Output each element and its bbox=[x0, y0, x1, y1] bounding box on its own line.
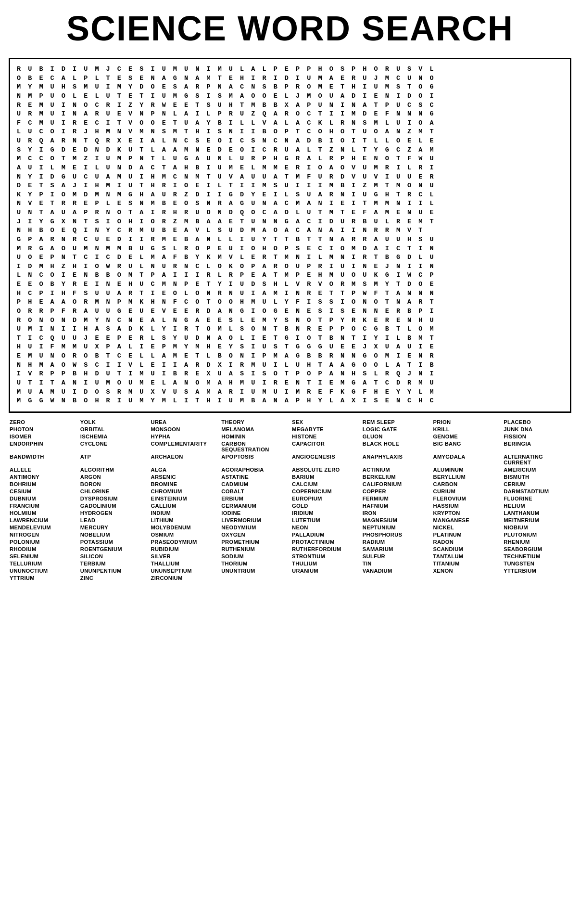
word-item: HASSIUM bbox=[432, 502, 501, 509]
word-item: ZIRCONIUM bbox=[150, 575, 219, 581]
word-item: GLUON bbox=[362, 433, 430, 440]
word-item: CHROMIUM bbox=[150, 488, 219, 495]
word-item: ALGA bbox=[150, 466, 219, 473]
word-item: RHENIUM bbox=[503, 539, 571, 545]
word-item: PRION bbox=[432, 419, 501, 425]
word-item: ANGIOGENESIS bbox=[291, 453, 360, 466]
word-item: HELIUM bbox=[503, 502, 571, 509]
word-item: COMPLEMENTARITY bbox=[150, 440, 219, 453]
word-item: ALLELE bbox=[9, 466, 77, 473]
word-item: YTTRIUM bbox=[9, 575, 77, 581]
word-item: RADON bbox=[432, 539, 501, 545]
word-item: CADMIUM bbox=[220, 481, 289, 488]
word-item: HOLMIUM bbox=[9, 510, 77, 516]
word-item: ANTIMONY bbox=[9, 474, 77, 480]
word-item: MEITNERIUM bbox=[503, 517, 571, 524]
word-item: BANDWIDTH bbox=[9, 453, 77, 466]
word-item: ARCHAEON bbox=[150, 453, 219, 466]
word-item: COPPER bbox=[362, 488, 430, 495]
word-item: APOPTOSIS bbox=[220, 453, 289, 466]
word-item: FISSION bbox=[503, 433, 571, 440]
word-item: LITHIUM bbox=[150, 517, 219, 524]
word-item: ISOMER bbox=[9, 433, 77, 440]
word-item: UNUNPENTIUM bbox=[79, 567, 148, 574]
word-item: ORBITAL bbox=[79, 426, 148, 433]
word-item: BERKELIUM bbox=[362, 474, 430, 480]
word-item: AMYGDALA bbox=[432, 453, 501, 466]
word-item: MERCURY bbox=[79, 524, 148, 531]
word-item: MEGABYTE bbox=[291, 426, 360, 433]
word-item: THEORY bbox=[220, 419, 289, 425]
word-item: PHOSPHORUS bbox=[362, 531, 430, 538]
word-item: NIOBIUM bbox=[503, 524, 571, 531]
word-item: REM SLEEP bbox=[362, 419, 430, 425]
word-item: NITROGEN bbox=[9, 531, 77, 538]
word-item: TIN bbox=[362, 560, 430, 567]
word-item: BLACK HOLE bbox=[362, 440, 430, 453]
page-title: SCIENCE WORD SEARCH bbox=[0, 0, 580, 53]
word-item: BERYLLIUM bbox=[432, 474, 501, 480]
word-item: NEON bbox=[291, 524, 360, 531]
word-item: BIG BANG bbox=[432, 440, 501, 453]
word-item: JUNK DNA bbox=[503, 426, 571, 433]
word-item: LUTETIUM bbox=[291, 517, 360, 524]
word-item: GENOME bbox=[432, 433, 501, 440]
word-item: ACTINIUM bbox=[362, 466, 430, 473]
word-item: ABSOLUTE ZERO bbox=[291, 466, 360, 473]
word-item: MONSOON bbox=[150, 426, 219, 433]
word-item: ZINC bbox=[79, 575, 148, 581]
word-item: FRANCIUM bbox=[9, 502, 77, 509]
word-item: FLUORINE bbox=[503, 495, 571, 502]
word-item: GALLIUM bbox=[150, 502, 219, 509]
word-item: HOMININ bbox=[220, 433, 289, 440]
word-item: BOHRIUM bbox=[9, 481, 77, 488]
word-item: STRONTIUM bbox=[291, 553, 360, 560]
word-item: DYSPROSIUM bbox=[79, 495, 148, 502]
word-item: HAFNIUM bbox=[362, 502, 430, 509]
word-item: UNUNTRIUM bbox=[220, 567, 289, 574]
word-item: SILICON bbox=[79, 553, 148, 560]
word-item: UNUNOCTIUM bbox=[9, 567, 77, 574]
word-item: NEPTUNIUM bbox=[362, 524, 430, 531]
word-item: RHODIUM bbox=[9, 546, 77, 552]
word-item: POTASSIUM bbox=[79, 539, 148, 545]
word-item: TECHNETIUM bbox=[503, 553, 571, 560]
word-item: OXYGEN bbox=[220, 531, 289, 538]
word-item: XENON bbox=[432, 567, 501, 574]
word-item: URANIUM bbox=[291, 567, 360, 574]
word-item: COBALT bbox=[220, 488, 289, 495]
word-item: IRIDIUM bbox=[291, 510, 360, 516]
word-item: ARSENIC bbox=[150, 474, 219, 480]
word-item: MOLYBDENUM bbox=[150, 524, 219, 531]
word-item: OSMIUM bbox=[150, 531, 219, 538]
word-item: ERBIUM bbox=[220, 495, 289, 502]
word-item: BROMINE bbox=[150, 481, 219, 488]
word-item: ANAPHYLAXIS bbox=[362, 453, 430, 466]
word-item: RUBIDIUM bbox=[150, 546, 219, 552]
word-item: ZERO bbox=[9, 419, 77, 425]
word-item: HYPHA bbox=[150, 433, 219, 440]
word-item: AGORAPHOBIA bbox=[220, 466, 289, 473]
word-item: AMERICIUM bbox=[503, 466, 571, 473]
word-item: THALLIUM bbox=[150, 560, 219, 567]
word-item: PRASEODYMIUM bbox=[150, 539, 219, 545]
word-item: LANTHANUM bbox=[503, 510, 571, 516]
word-item: HYDROGEN bbox=[79, 510, 148, 516]
word-item: ATP bbox=[79, 453, 148, 466]
word-item: ISCHEMIA bbox=[79, 433, 148, 440]
word-item: EUROPIUM bbox=[291, 495, 360, 502]
word-item: TERBIUM bbox=[79, 560, 148, 567]
word-item: MANGANESE bbox=[432, 517, 501, 524]
word-item: CARBON bbox=[432, 481, 501, 488]
word-item: NEODYMIUM bbox=[220, 524, 289, 531]
word-item: ALTERNATING CURRENT bbox=[503, 453, 571, 466]
word-list-grid: ZEROYOLKUREATHEORYSEXREM SLEEPPRIONPLACE… bbox=[9, 419, 571, 581]
word-item: CALIFORNIUM bbox=[362, 481, 430, 488]
word-item: POLONIUM bbox=[9, 539, 77, 545]
word-item: SILVER bbox=[150, 553, 219, 560]
word-item: GERMANIUM bbox=[220, 502, 289, 509]
word-item: IRON bbox=[362, 510, 430, 516]
word-item: LIVERMORIUM bbox=[220, 517, 289, 524]
word-item: INDIUM bbox=[150, 510, 219, 516]
word-item: NICKEL bbox=[432, 524, 501, 531]
